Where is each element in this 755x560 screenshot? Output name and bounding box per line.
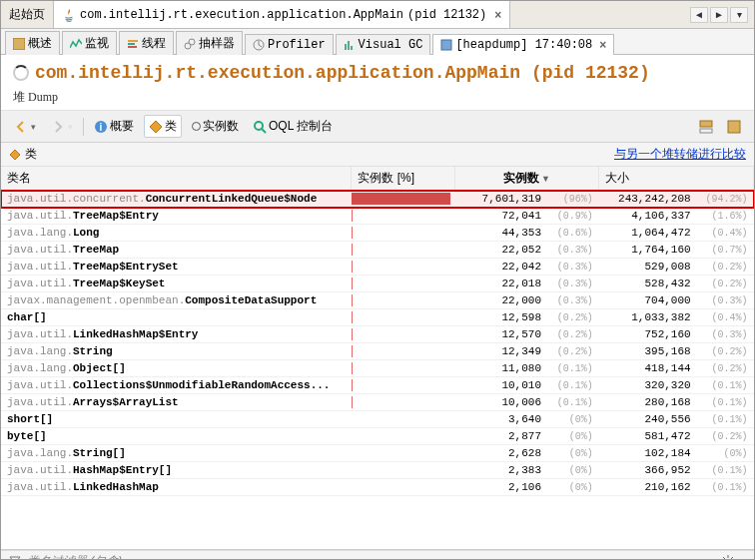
cell-count: 2,106 <box>454 479 547 496</box>
cell-classname: java.util.concurrent.ConcurrentLinkedQue… <box>1 191 352 208</box>
col-instances[interactable]: 实例数▼ <box>454 167 599 191</box>
tab-heapdump[interactable]: [heapdump] 17:40:08 × <box>432 34 614 55</box>
tab-profiler[interactable]: Profiler <box>245 34 334 55</box>
svg-rect-11 <box>351 46 353 50</box>
close-icon[interactable]: × <box>599 38 606 52</box>
sampler-icon <box>184 38 196 50</box>
col-classname[interactable]: 类名 <box>1 167 352 191</box>
table-row[interactable]: java.util.LinkedHashMap2,106(0%)210,162(… <box>1 479 754 496</box>
cell-classname: java.util.LinkedHashMap$Entry <box>1 326 352 343</box>
cell-classname: java.util.TreeMap$KeySet <box>1 276 352 292</box>
overview-button[interactable]: i 概要 <box>90 116 138 137</box>
nav-back-button[interactable]: ▾ <box>9 117 40 137</box>
filter-bar: 类名过滤器 (包含) ▾ <box>1 550 754 560</box>
cell-size-pct: (0.2%) <box>697 360 754 377</box>
svg-rect-10 <box>348 41 350 50</box>
instances-radio[interactable]: 实例数 <box>188 116 243 137</box>
tab-monitor[interactable]: 监视 <box>62 31 117 55</box>
nav-dropdown-button[interactable]: ▾ <box>730 7 748 23</box>
radio-icon <box>192 122 201 131</box>
spinner-icon <box>13 65 29 81</box>
tab-threads[interactable]: 线程 <box>119 31 174 55</box>
cell-size: 1,764,160 <box>599 242 697 259</box>
compare-link[interactable]: 与另一个堆转储进行比较 <box>614 146 746 163</box>
table-row[interactable]: short[]3,640(0%)240,556(0.1%) <box>1 411 754 428</box>
cell-count: 22,042 <box>454 259 547 276</box>
cell-size-pct: (0.7%) <box>697 242 754 259</box>
gear-icon[interactable] <box>721 555 735 561</box>
page-title: com.intellij.rt.execution.application.Ap… <box>35 63 650 83</box>
svg-line-29 <box>731 557 733 559</box>
nav-forward-button[interactable]: ▾ <box>46 117 77 137</box>
table-row[interactable]: char[]12,598(0.2%)1,033,382(0.4%) <box>1 309 754 326</box>
chevron-down-icon[interactable]: ▾ <box>741 557 746 561</box>
cell-classname: java.util.Collections$UnmodifiableRandom… <box>1 377 352 394</box>
cell-bar <box>352 208 454 225</box>
table-row[interactable]: java.lang.Object[]11,080(0.1%)418,144(0.… <box>1 360 754 377</box>
cell-count: 10,010 <box>454 377 547 394</box>
svg-marker-15 <box>150 121 162 133</box>
cell-size: 1,064,472 <box>599 225 697 242</box>
table-row[interactable]: java.util.TreeMap$EntrySet22,042(0.3%)52… <box>1 259 754 276</box>
table-row[interactable]: java.util.TreeMap$Entry72,041(0.9%)4,106… <box>1 208 754 225</box>
cell-size: 1,033,382 <box>599 309 697 326</box>
table-row[interactable]: java.util.Collections$UnmodifiableRandom… <box>1 377 754 394</box>
cell-size-pct: (0.2%) <box>697 343 754 360</box>
tab-start-page[interactable]: 起始页 <box>1 1 54 28</box>
cell-size: 366,952 <box>599 462 697 479</box>
cell-bar <box>352 445 454 462</box>
tab-app-pid: (pid 12132) <box>407 8 486 22</box>
table-row[interactable]: java.util.TreeMap22,052(0.3%)1,764,160(0… <box>1 242 754 259</box>
cell-classname: java.lang.Long <box>1 225 352 242</box>
svg-point-5 <box>189 39 195 45</box>
tab-overview[interactable]: 概述 <box>5 31 60 55</box>
cell-size: 395,168 <box>599 343 697 360</box>
table-row[interactable]: java.util.Arrays$ArrayList10,006(0.1%)28… <box>1 394 754 411</box>
tab-sampler[interactable]: 抽样器 <box>176 31 243 55</box>
cell-count-pct: (0.3%) <box>547 276 599 292</box>
col-size[interactable]: 大小 <box>599 167 754 191</box>
cell-bar <box>352 462 454 479</box>
cell-size: 240,556 <box>599 411 697 428</box>
cell-size-pct: (0.2%) <box>697 259 754 276</box>
close-icon[interactable]: × <box>494 8 501 22</box>
cell-size-pct: (0.1%) <box>697 377 754 394</box>
class-table: 类名 实例数 [%] 实例数▼ 大小 java.util.concurrent.… <box>1 167 754 496</box>
cell-count: 44,353 <box>454 225 547 242</box>
oql-button[interactable]: OQL 控制台 <box>249 116 337 137</box>
detail-icon <box>726 119 742 135</box>
cell-count-pct: (0%) <box>547 479 599 496</box>
cell-count: 22,052 <box>454 242 547 259</box>
tab-app-main[interactable]: com.intellij.rt.execution.application.Ap… <box>54 1 510 28</box>
svg-point-16 <box>255 122 263 130</box>
table-row[interactable]: java.util.LinkedHashMap$Entry12,570(0.2%… <box>1 326 754 343</box>
nav-prev-button[interactable]: ◄ <box>690 7 708 23</box>
cell-count-pct: (0.1%) <box>547 394 599 411</box>
tab-visualgc[interactable]: Visual GC <box>336 34 431 55</box>
cell-count: 2,877 <box>454 428 547 445</box>
class-table-wrap[interactable]: 类名 实例数 [%] 实例数▼ 大小 java.util.concurrent.… <box>1 167 754 550</box>
table-row[interactable]: java.util.HashMap$Entry[]2,383(0%)366,95… <box>1 462 754 479</box>
cell-size: 4,106,337 <box>599 208 697 225</box>
cell-size-pct: (0.1%) <box>697 462 754 479</box>
table-row[interactable]: java.util.concurrent.ConcurrentLinkedQue… <box>1 191 754 208</box>
table-row[interactable]: java.lang.String12,349(0.2%)395,168(0.2%… <box>1 343 754 360</box>
cell-size: 102,184 <box>599 445 697 462</box>
table-row[interactable]: byte[]2,877(0%)581,472(0.2%) <box>1 428 754 445</box>
svg-line-27 <box>723 557 725 559</box>
table-row[interactable]: java.lang.Long44,353(0.6%)1,064,472(0.4%… <box>1 225 754 242</box>
table-row[interactable]: java.util.TreeMap$KeySet22,018(0.3%)528,… <box>1 276 754 292</box>
svg-rect-3 <box>128 46 137 48</box>
nav-next-button[interactable]: ► <box>710 7 728 23</box>
filter-input[interactable] <box>128 555 715 561</box>
section-title: 类 <box>25 146 37 163</box>
table-row[interactable]: javax.management.openmbean.CompositeData… <box>1 292 754 309</box>
table-row[interactable]: java.lang.String[]2,628(0%)102,184(0%) <box>1 445 754 462</box>
cell-count-pct: (0.3%) <box>547 259 599 276</box>
subview-button[interactable] <box>694 117 718 137</box>
detail-button[interactable] <box>722 117 746 137</box>
classes-button[interactable]: 类 <box>144 115 182 138</box>
cell-size: 581,472 <box>599 428 697 445</box>
cell-count-pct: (0.1%) <box>547 377 599 394</box>
col-instances-pct[interactable]: 实例数 [%] <box>352 167 454 191</box>
